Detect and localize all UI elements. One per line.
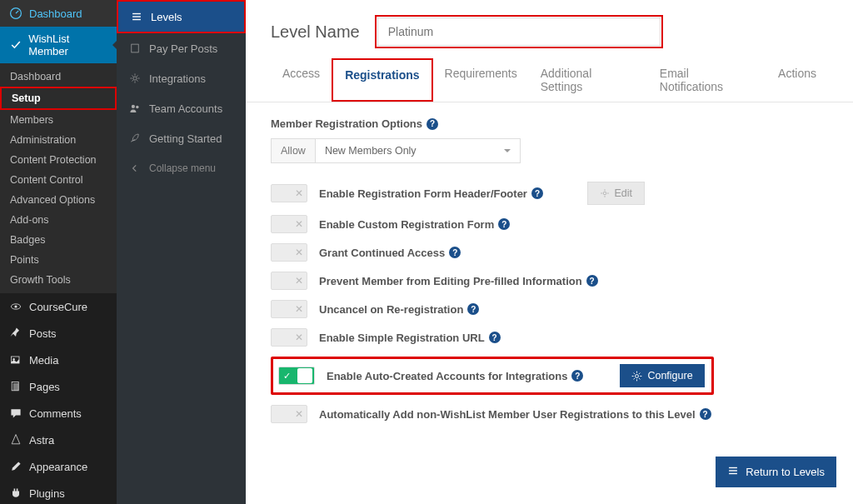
tab-actions[interactable]: Actions bbox=[766, 58, 828, 102]
help-icon[interactable]: ? bbox=[489, 332, 501, 343]
svg-point-14 bbox=[604, 192, 607, 195]
sidebar-item-posts[interactable]: Posts bbox=[0, 320, 117, 347]
svg-rect-6 bbox=[13, 383, 18, 391]
section-title: Member Registration Options bbox=[271, 117, 422, 130]
sidebar-item-dashboard[interactable]: Dashboard bbox=[0, 0, 117, 27]
x-icon: ✕ bbox=[295, 247, 303, 258]
check-icon bbox=[8, 37, 22, 52]
tab-email-notifications[interactable]: Email Notifications bbox=[648, 58, 766, 102]
check-icon: ✓ bbox=[283, 371, 291, 382]
toggle[interactable]: ✕ bbox=[271, 272, 307, 290]
svg-rect-8 bbox=[132, 16, 141, 17]
page-icon bbox=[8, 379, 23, 394]
sidebar-item-label: Appearance bbox=[29, 461, 87, 473]
setup-sidebar: Levels Pay Per Posts Integrations Team A… bbox=[117, 0, 246, 504]
sub-nav-label: Collapse menu bbox=[149, 162, 216, 174]
plugin-icon bbox=[8, 486, 23, 501]
help-icon[interactable]: ? bbox=[700, 408, 711, 420]
option-label: Enable Registration Form Header/Footer ? bbox=[319, 187, 543, 200]
option-label: Uncancel on Re-registration ? bbox=[319, 303, 479, 316]
sub-nav-levels[interactable]: Levels bbox=[117, 0, 246, 33]
rocket-icon bbox=[128, 132, 142, 145]
svg-point-15 bbox=[636, 374, 639, 377]
eye-icon bbox=[8, 299, 23, 314]
sidebar-item-label: Plugins bbox=[29, 487, 65, 500]
x-icon: ✕ bbox=[295, 218, 303, 230]
sidebar-item-coursecure[interactable]: CourseCure bbox=[0, 293, 117, 320]
tabs: Access Registrations Requirements Additi… bbox=[246, 58, 853, 102]
help-icon[interactable]: ? bbox=[498, 218, 510, 230]
tab-requirements[interactable]: Requirements bbox=[433, 58, 529, 102]
sub-item-advanced-options[interactable]: Advanced Options bbox=[0, 190, 117, 210]
option-row: ✕Enable Simple Registration URL ? bbox=[271, 328, 828, 347]
toggle[interactable]: ✓ bbox=[278, 367, 315, 385]
sub-item-content-protection[interactable]: Content Protection bbox=[0, 150, 117, 170]
sub-item-setup[interactable]: Setup bbox=[0, 87, 117, 110]
tab-access[interactable]: Access bbox=[271, 58, 332, 102]
sidebar-item-label: Posts bbox=[29, 327, 57, 340]
allow-dropdown[interactable]: Allow New Members Only bbox=[271, 138, 521, 163]
toggle[interactable]: ✕ bbox=[271, 405, 307, 423]
option-label: Grant Continued Access ? bbox=[319, 247, 461, 259]
option-row: ✓Enable Auto-Created Accounts for Integr… bbox=[271, 357, 828, 395]
sidebar-item-label: Media bbox=[29, 354, 58, 367]
tab-registrations[interactable]: Registrations bbox=[332, 58, 432, 102]
sub-item-content-control[interactable]: Content Control bbox=[0, 170, 117, 190]
x-icon: ✕ bbox=[295, 275, 303, 287]
help-icon[interactable]: ? bbox=[586, 275, 598, 287]
edit-button[interactable]: Edit bbox=[587, 182, 645, 205]
option-row: ✕Automatically Add non-WishList Member U… bbox=[271, 405, 828, 423]
sub-item-dashboard[interactable]: Dashboard bbox=[0, 67, 117, 87]
option-label: Enable Simple Registration URL ? bbox=[319, 332, 501, 344]
sidebar-item-comments[interactable]: Comments bbox=[0, 400, 117, 427]
allow-value: New Members Only bbox=[325, 145, 417, 157]
toggle[interactable]: ✕ bbox=[271, 215, 307, 233]
help-icon[interactable]: ? bbox=[571, 370, 583, 382]
sub-item-badges[interactable]: Badges bbox=[0, 230, 117, 250]
sub-item-growth-tools[interactable]: Growth Tools bbox=[0, 270, 117, 290]
page-title: Level Name bbox=[271, 22, 360, 42]
astra-icon bbox=[8, 432, 23, 447]
toggle[interactable]: ✕ bbox=[271, 328, 307, 347]
sub-item-members[interactable]: Members bbox=[0, 110, 117, 130]
chevron-left-icon bbox=[128, 162, 142, 175]
list-icon bbox=[130, 10, 143, 23]
sub-nav-team[interactable]: Team Accounts bbox=[117, 93, 246, 123]
sidebar-item-plugins[interactable]: Plugins bbox=[0, 480, 117, 504]
sidebar-item-astra[interactable]: Astra bbox=[0, 427, 117, 453]
option-row: ✕Prevent Member from Editing Pre-filled … bbox=[271, 272, 828, 290]
svg-rect-16 bbox=[729, 467, 737, 468]
sub-item-addons[interactable]: Add-ons bbox=[0, 210, 117, 230]
sub-nav-getting-started[interactable]: Getting Started bbox=[117, 123, 246, 153]
svg-rect-9 bbox=[132, 19, 141, 20]
return-to-levels-button[interactable]: Return to Levels bbox=[716, 457, 836, 487]
toggle[interactable]: ✕ bbox=[271, 243, 307, 262]
help-icon[interactable]: ? bbox=[467, 303, 479, 315]
tab-additional-settings[interactable]: Additional Settings bbox=[529, 58, 648, 102]
sidebar-item-media[interactable]: Media bbox=[0, 347, 117, 373]
sub-item-administration[interactable]: Administration bbox=[0, 130, 117, 150]
sidebar-item-appearance[interactable]: Appearance bbox=[0, 453, 117, 480]
option-row: ✕Enable Registration Form Header/Footer … bbox=[271, 182, 828, 205]
help-icon[interactable]: ? bbox=[449, 247, 461, 258]
main-content: Level Name Access Registrations Requirem… bbox=[246, 0, 853, 504]
option-label: Prevent Member from Editing Pre-filled I… bbox=[319, 275, 598, 287]
sub-nav-payperposts[interactable]: Pay Per Posts bbox=[117, 33, 246, 63]
help-icon[interactable]: ? bbox=[531, 187, 543, 199]
sidebar-item-pages[interactable]: Pages bbox=[0, 373, 117, 400]
configure-button[interactable]: Configure bbox=[620, 364, 704, 387]
help-icon[interactable]: ? bbox=[426, 118, 438, 130]
toggle[interactable]: ✕ bbox=[271, 184, 307, 202]
x-icon: ✕ bbox=[295, 332, 303, 343]
sub-nav-collapse[interactable]: Collapse menu bbox=[117, 153, 246, 183]
option-row: ✕Grant Continued Access ? bbox=[271, 243, 828, 262]
level-name-input[interactable] bbox=[377, 17, 661, 46]
sub-item-points[interactable]: Points bbox=[0, 250, 117, 270]
toggle[interactable]: ✕ bbox=[271, 300, 307, 318]
sub-nav-label: Team Accounts bbox=[149, 102, 222, 115]
sidebar-item-wishlist[interactable]: WishList Member bbox=[0, 27, 117, 63]
gear-icon bbox=[128, 72, 142, 85]
dashboard-icon bbox=[8, 6, 23, 21]
svg-rect-17 bbox=[729, 470, 737, 471]
sub-nav-integrations[interactable]: Integrations bbox=[117, 63, 246, 93]
